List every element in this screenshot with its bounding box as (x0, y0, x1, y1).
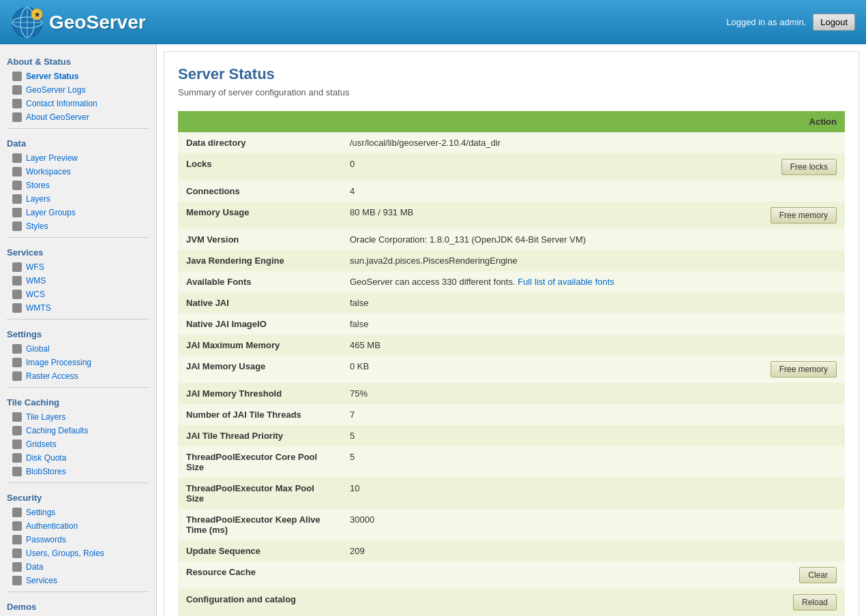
sidebar-item-label-wms: WMS (26, 276, 46, 286)
sidebar-divider (7, 319, 149, 320)
styles-icon (12, 221, 22, 231)
table-row: JAI Memory Threshold75% (178, 383, 845, 404)
global-icon (12, 344, 22, 354)
logo-area[interactable]: ★ GeoServer (11, 6, 146, 39)
sidebar-item-label-wmts: WMTS (26, 303, 51, 313)
sidebar-item-layer-preview[interactable]: Layer Preview (0, 151, 156, 165)
logged-in-text: Logged in as admin. (726, 17, 806, 27)
row-value: sun.java2d.pisces.PiscesRenderingEngine (342, 250, 736, 271)
data-icon (12, 562, 22, 572)
sidebar-item-about-geoserver[interactable]: About GeoServer (0, 110, 156, 124)
table-row: Java Rendering Enginesun.java2d.pisces.P… (178, 250, 845, 271)
table-row: Resource CacheClear (178, 561, 845, 589)
header: ★ GeoServer Logged in as admin. Logout (0, 0, 866, 44)
table-row: Update Sequence209 (178, 540, 845, 561)
sidebar-item-label-contact-information: Contact Information (26, 99, 98, 108)
layout: About & StatusServer StatusGeoServer Log… (0, 44, 866, 616)
sidebar-item-label-settings: Settings (26, 508, 55, 517)
sidebar-item-label-server-status: Server Status (26, 72, 78, 81)
row-action (736, 509, 845, 540)
row-value: 4 (342, 181, 736, 202)
sidebar-item-data[interactable]: Data (0, 560, 156, 574)
row-value: 7 (342, 404, 736, 425)
row-action (736, 292, 845, 313)
sidebar-item-passwords[interactable]: Passwords (0, 533, 156, 546)
row-label: Configuration and catalog (178, 589, 342, 616)
table-row: Native JAIfalse (178, 292, 845, 313)
sidebar-item-label-image-processing: Image Processing (26, 358, 91, 367)
row-value (342, 561, 736, 589)
sidebar-item-tile-layers[interactable]: Tile Layers (0, 410, 156, 424)
sidebar-item-settings[interactable]: Settings (0, 506, 156, 519)
sidebar-item-styles[interactable]: Styles (0, 219, 156, 233)
row-label: JAI Maximum Memory (178, 335, 342, 356)
sidebar-section-title-about-&-status: About & Status (0, 51, 156, 70)
sidebar-divider (7, 128, 149, 129)
row-value: 465 MB (342, 335, 736, 356)
wmts-icon (12, 303, 22, 313)
sidebar-item-wcs[interactable]: WCS (0, 288, 156, 301)
sidebar-item-caching-defaults[interactable]: Caching Defaults (0, 424, 156, 437)
sidebar-section-title-settings: Settings (0, 324, 156, 342)
sidebar: About & StatusServer StatusGeoServer Log… (0, 44, 157, 616)
row-value: GeoServer can access 330 different fonts… (342, 271, 736, 292)
sidebar-item-wfs[interactable]: WFS (0, 260, 156, 274)
sidebar-item-stores[interactable]: Stores (0, 179, 156, 192)
sidebar-item-layer-groups[interactable]: Layer Groups (0, 206, 156, 219)
row-label: Locks (178, 153, 342, 181)
row-action (736, 540, 845, 561)
status-table: Action Data directory/usr/local/lib/geos… (178, 111, 845, 616)
reload-btn[interactable]: Reload (793, 594, 837, 611)
sidebar-item-label-caching-defaults: Caching Defaults (26, 426, 88, 435)
table-action-col-header: Action (736, 111, 845, 132)
clear-btn[interactable]: Clear (799, 567, 837, 583)
sidebar-item-geoserver-logs[interactable]: GeoServer Logs (0, 83, 156, 97)
contact-information-icon (12, 99, 22, 108)
row-label: Connections (178, 181, 342, 202)
sidebar-item-raster-access[interactable]: Raster Access (0, 369, 156, 383)
sidebar-section-title-demos: Demos (0, 596, 156, 615)
sidebar-item-workspaces[interactable]: Workspaces (0, 165, 156, 179)
sidebar-section-title-data: Data (0, 133, 156, 151)
row-label: Resource Cache (178, 561, 342, 589)
table-row: JAI Tile Thread Priority5 (178, 425, 845, 446)
row-label: Number of JAI Tile Threads (178, 404, 342, 425)
content-area: Server Status Summary of server configur… (164, 51, 859, 616)
row-label: Native JAI (178, 292, 342, 313)
sidebar-item-authentication[interactable]: Authentication (0, 519, 156, 533)
sidebar-item-disk-quota[interactable]: Disk Quota (0, 451, 156, 465)
image-processing-icon (12, 358, 22, 367)
table-row: Native JAI ImageIOfalse (178, 313, 845, 335)
free-jai-memory-btn[interactable]: Free memory (771, 361, 837, 378)
sidebar-item-wmts[interactable]: WMTS (0, 301, 156, 315)
table-row: JVM VersionOracle Corporation: 1.8.0_131… (178, 229, 845, 250)
free-memory-btn[interactable]: Free memory (771, 207, 837, 224)
wcs-icon (12, 290, 22, 299)
sidebar-item-global[interactable]: Global (0, 342, 156, 356)
row-action: Clear (736, 561, 845, 589)
sidebar-item-services[interactable]: Services (0, 574, 156, 587)
sidebar-item-label-global: Global (26, 344, 50, 354)
sidebar-item-users-groups-roles[interactable]: Users, Groups, Roles (0, 546, 156, 560)
sidebar-item-layers[interactable]: Layers (0, 192, 156, 206)
sidebar-item-server-status[interactable]: Server Status (0, 70, 156, 83)
row-label: Memory Usage (178, 202, 342, 229)
row-action: Free locks (736, 153, 845, 181)
sidebar-item-gridsets[interactable]: Gridsets (0, 437, 156, 451)
sidebar-item-label-geoserver-logs: GeoServer Logs (26, 85, 85, 95)
logo-text: GeoServer (49, 12, 146, 33)
table-row: Memory Usage80 MB / 931 MBFree memory (178, 202, 845, 229)
sidebar-item-label-styles: Styles (26, 221, 48, 231)
table-row: Locks0Free locks (178, 153, 845, 181)
sidebar-item-image-processing[interactable]: Image Processing (0, 356, 156, 369)
free-locks-btn[interactable]: Free locks (781, 159, 837, 175)
row-label: JAI Tile Thread Priority (178, 425, 342, 446)
row-action (736, 425, 845, 446)
sidebar-item-blobstores[interactable]: BlobStores (0, 465, 156, 478)
row-value: /usr/local/lib/geoserver-2.10.4/data_dir (342, 132, 736, 153)
sidebar-item-wms[interactable]: WMS (0, 274, 156, 288)
logout-button[interactable]: Logout (813, 14, 855, 31)
sidebar-item-label-gridsets: Gridsets (26, 440, 57, 449)
sidebar-item-contact-information[interactable]: Contact Information (0, 97, 156, 110)
available-fonts-link[interactable]: Full list of available fonts (518, 277, 614, 287)
